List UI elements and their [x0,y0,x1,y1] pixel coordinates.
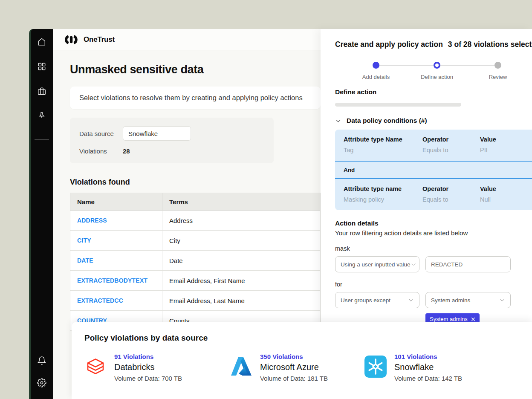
source-card-databricks: 91 Violations Databricks Volume of Data:… [84,353,230,382]
source-card-azure: 350 Violations Microsoft Azure Volume of… [230,353,364,382]
condition-connector: And [335,161,532,179]
violation-link[interactable]: EXTRACTEDBODYTEXT [77,277,147,284]
progress-bar [335,103,461,107]
sidebar [29,29,53,399]
selection-count: 3 of 28 violations selected [448,40,532,49]
table-row: CITY City [70,231,320,251]
top-header: OneTrust [53,29,321,50]
condition-value: Tag [344,147,422,153]
for-method-select[interactable]: User groups except [335,292,419,308]
violations-link[interactable]: 350 Violations [260,353,328,360]
for-value-select[interactable]: System admins [425,292,511,308]
source-volume: Volume of Data: 181 TB [260,375,328,382]
chevron-down-icon [411,261,416,267]
step-dot-current [434,62,440,69]
violation-link[interactable]: DATE [77,257,93,264]
condition-value: Equals to [422,147,480,153]
condition-header: Value [480,185,529,192]
table-row: EXTRACTEDCC Email Address, Last Name [70,291,320,311]
violations-link[interactable]: 101 Violations [394,353,462,360]
table-header-row: Name Terms [70,193,320,211]
pin-icon[interactable] [37,111,47,121]
stepper: Add details Define action Review [376,62,498,83]
chevron-down-icon [499,297,505,303]
page-title: Unmasked sensitive data [70,63,304,76]
violation-terms: Address [162,211,320,230]
source-name: Microsoft Azure [260,362,328,372]
conditions-collapse-toggle[interactable]: Data policy conditions (#) [335,117,532,124]
chevron-down-icon [408,297,414,303]
source-volume: Volume of Data: 700 TB [114,375,182,382]
violation-terms: Date [162,251,320,270]
condition-header: Attribute type name [344,185,422,192]
step-add-details[interactable]: Add details [353,62,399,80]
column-header-terms: Terms [162,193,320,210]
step-dot-upcoming [494,62,501,69]
table-row: EXTRACTEDBODYTEXT Email Address, First N… [70,271,320,291]
sidebar-divider [35,139,49,139]
condition-header: Attribute type Name [344,136,422,143]
step-dot-complete [373,62,379,69]
source-name: Databricks [114,362,182,372]
summary-title: Policy violations by data source [84,333,519,343]
conditions-title: Data policy conditions (#) [347,117,427,124]
action-details-subtitle: Your row filtering action details are li… [335,229,532,237]
condition-group: Attribute type Name Operator Value Tag E… [335,130,532,161]
step-define-action[interactable]: Define action [413,62,460,80]
table-row: ADDRESS Address [70,211,320,231]
step-review[interactable]: Review [474,62,521,80]
action-details-title: Action details [335,220,532,227]
condition-group: Attribute type name Operator Value Maski… [335,179,532,210]
briefcase-icon[interactable] [37,86,47,96]
condition-value: Null [480,196,529,203]
mask-label: mask [335,245,532,252]
violation-link[interactable]: EXTRACTEDCC [77,297,123,304]
source-card-snowflake: 101 Violations Snowflake Volume of Data:… [364,353,462,382]
violations-table: Name Terms ADDRESS Address CITY City DAT… [70,193,321,331]
table-row: DATE Date [70,251,320,271]
policy-violations-summary: Policy violations by data source 91 Viol… [72,322,532,399]
mask-method-select[interactable]: Using a user inputted value [335,256,419,272]
violations-label: Violations [79,147,123,155]
chevron-down-icon [335,118,341,124]
condition-header: Operator [422,136,480,143]
define-action-heading: Define action [335,88,532,96]
panel-title: Create and apply policy action [335,40,443,49]
condition-value: Equals to [422,196,480,203]
condition-header: Operator [422,185,480,192]
conditions-box: Attribute type Name Operator Value Tag E… [335,130,532,210]
apps-grid-icon[interactable] [37,61,47,72]
violations-link[interactable]: 91 Violations [114,353,182,360]
notifications-bell-icon[interactable] [37,356,47,366]
column-header-name: Name [70,193,162,210]
close-icon[interactable] [471,317,475,321]
databricks-logo-icon [84,356,107,378]
brand: OneTrust [63,35,115,44]
violation-link[interactable]: CITY [77,237,91,244]
condition-value: Masking policy [344,196,422,203]
settings-gear-icon[interactable] [37,378,47,388]
snowflake-logo-icon [364,356,387,378]
for-label: for [335,281,532,288]
data-source-input[interactable] [123,126,191,141]
source-name: Snowflake [394,362,462,372]
azure-logo-icon [230,356,252,378]
violation-terms: Email Address, Last Name [162,291,320,310]
filter-panel: Data source Violations 28 [70,118,274,163]
source-volume: Volume of Data: 142 TB [394,375,462,382]
violation-link[interactable]: ADDRESS [77,217,107,224]
violation-terms: Email Address, First Name [162,271,320,290]
condition-value: PII [480,147,529,153]
home-icon[interactable] [37,37,47,47]
brand-name: OneTrust [84,35,115,44]
violation-terms: City [162,231,320,250]
app-window: OneTrust Unmasked sensitive data Select … [29,29,532,399]
violations-count: 28 [123,147,130,155]
violations-found-title: Violations found [70,178,304,187]
onetrust-logo-icon [63,35,79,44]
condition-header: Value [480,136,529,143]
data-source-label: Data source [79,130,123,137]
mask-value-input[interactable] [425,256,511,272]
instruction-banner: Select violations to resolve them by cre… [70,87,321,109]
